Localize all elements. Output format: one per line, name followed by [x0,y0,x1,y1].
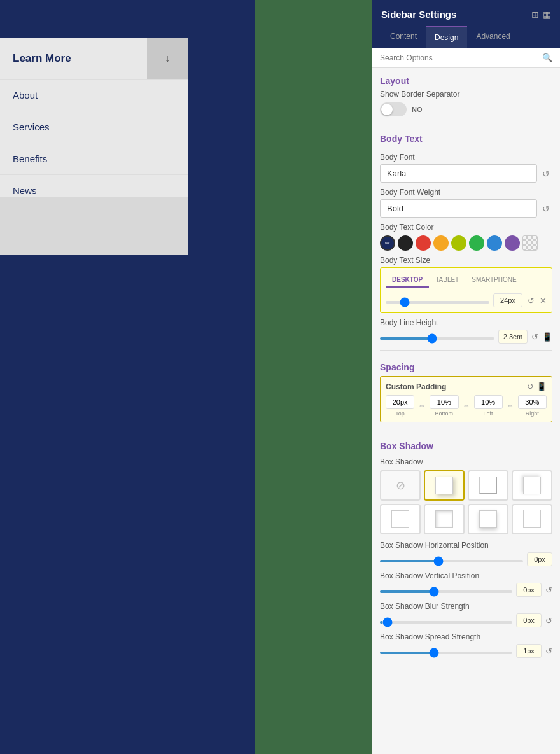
blur-slider[interactable] [380,621,512,624]
body-weight-reset[interactable]: ↺ [540,201,552,216]
divider-2 [380,350,552,351]
bottom-padding-wrap: Bottom [430,395,458,417]
size-tab-tablet[interactable]: TABLET [429,273,465,288]
v-pos-label: Box Shadow Vertical Position [380,571,552,580]
line-height-slider[interactable] [380,337,494,340]
shadow-s6[interactable] [468,504,508,534]
blur-value[interactable] [516,613,542,627]
shadow-s1[interactable] [424,470,465,501]
shadow-options-grid: ⊘ [380,470,552,534]
shadow-s7[interactable] [512,504,552,534]
arrow-down-icon: ↓ [165,53,170,64]
h-pos-value[interactable] [527,552,552,566]
line-height-row: ↺ 📱 [380,330,552,344]
learn-more-item[interactable]: Learn More ↓ [0,38,188,79]
shadow-s5[interactable] [424,504,465,534]
spread-reset[interactable]: ↺ [545,646,552,656]
search-input[interactable] [380,53,542,62]
h-pos-row [380,552,552,566]
layout-section-title: Layout [380,68,552,90]
body-font-row: Karla ↺ [380,164,552,183]
padding-mobile-icon[interactable]: 📱 [536,382,547,391]
blur-reset[interactable]: ↺ [545,616,552,625]
arrow-box: ↓ [147,38,188,79]
swatch-blue[interactable] [487,235,502,251]
body-text-section-title: Body Text [380,129,552,148]
border-toggle[interactable] [380,102,407,116]
divider-1 [380,123,552,123]
tab-content[interactable]: Content [381,26,426,48]
shadow-none[interactable]: ⊘ [380,470,421,501]
v-pos-slider[interactable] [380,590,512,593]
body-font-reset[interactable]: ↺ [540,166,552,181]
nav-benefits[interactable]: Benefits [0,143,188,174]
show-border-label: Show Border Separator [380,90,552,99]
swatch-yellow-green[interactable] [451,235,466,251]
divider-3 [380,429,552,429]
body-weight-row: Bold ↺ [380,199,552,218]
tab-advanced[interactable]: Advanced [467,26,519,48]
panel-title: Sidebar Settings [381,9,456,20]
line-height-reset[interactable]: ↺ [531,332,538,342]
body-font-label: Body Font [380,153,552,162]
h-pos-slider[interactable] [380,560,523,562]
nav-services[interactable]: Services [0,111,188,143]
size-value[interactable] [493,293,522,307]
spread-row: ↺ [380,644,552,658]
swatch-green[interactable] [469,235,484,251]
top-padding[interactable] [386,395,414,409]
size-slider-row: ↺ ✕ [386,293,547,307]
shadow-s3[interactable] [512,470,552,501]
swatch-black[interactable] [398,235,413,251]
body-weight-label: Body Font Weight [380,188,552,197]
swatch-red[interactable] [416,235,431,251]
link-icon-3: ⇔ [505,403,515,409]
link-icon-2: ⇔ [461,403,472,409]
size-close-icon[interactable]: ✕ [540,296,547,305]
line-height-mobile-icon[interactable]: 📱 [542,332,552,342]
expand-icon[interactable]: ⊞ [531,10,539,20]
swatch-pen[interactable]: ✏ [380,235,395,251]
size-slider-container [386,295,489,306]
spread-label: Box Shadow Spread Strength [380,632,552,641]
size-slider[interactable] [386,301,489,304]
bottom-label: Bottom [435,410,454,417]
bottom-padding[interactable] [430,395,458,409]
color-swatches: ✏ [380,235,552,251]
v-pos-value[interactable] [516,583,542,597]
spread-slider[interactable] [380,652,512,654]
swatch-purple[interactable] [505,235,520,251]
toggle-no-label: NO [412,106,423,113]
swatch-orange[interactable] [433,235,449,251]
size-tab-smartphone[interactable]: SMARTPHONE [465,273,522,288]
shadow-box-s7 [523,510,541,528]
size-tab-desktop[interactable]: DESKTOP [386,273,429,288]
grid-icon[interactable]: ▦ [543,10,551,20]
panel-title-icons: ⊞ ▦ [531,10,551,20]
panel-header: Sidebar Settings ⊞ ▦ Content Design Adva… [372,0,560,48]
body-weight-select[interactable]: Bold [380,199,537,218]
panel-tabs: Content Design Advanced [381,26,551,48]
left-padding-wrap: Left [474,395,503,417]
right-padding[interactable] [518,395,547,409]
padding-reset[interactable]: ↺ [527,382,534,391]
top-padding-wrap: Top [386,395,414,417]
shadow-box-s1 [435,477,453,494]
nav-about[interactable]: About [0,79,188,111]
top-label: Top [395,410,405,417]
v-pos-reset[interactable]: ↺ [545,585,552,595]
size-reset[interactable]: ↺ [526,295,536,307]
blur-row: ↺ [380,613,552,627]
swatch-checkered[interactable] [522,235,538,251]
body-font-select[interactable]: Karla [380,164,537,183]
left-padding[interactable] [474,395,503,409]
shadow-s2[interactable] [468,470,508,501]
toggle-row: NO [380,102,552,116]
right-label: Right [526,410,539,417]
spread-value[interactable] [516,644,542,658]
line-height-value[interactable] [498,330,528,344]
shadow-box-s4 [391,510,409,528]
tab-design[interactable]: Design [426,26,467,48]
shadow-s4[interactable] [380,504,421,534]
custom-padding-row: Custom Padding ↺ 📱 [386,382,547,391]
